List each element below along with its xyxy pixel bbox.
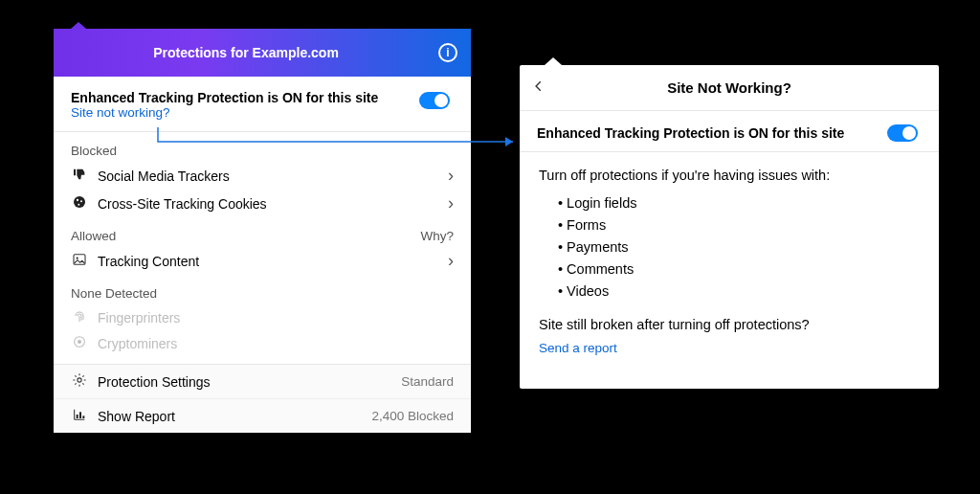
cookie-icon [71,194,88,213]
protections-header: Protections for Example.com i [54,29,471,77]
chevron-right-icon: › [448,251,454,271]
thumbs-down-icon [71,167,88,185]
protections-footer: Protection Settings Standard Show Report… [54,364,471,433]
row-label: Protection Settings [98,374,401,390]
chevron-right-icon: › [448,166,454,186]
row-social-media-trackers[interactable]: Social Media Trackers › [71,162,454,190]
cryptominer-icon [71,334,88,352]
report-value: 2,400 Blocked [371,409,454,423]
site-not-working-panel: Site Not Working? Enhanced Tracking Prot… [520,65,939,389]
issue-item: Login fields [558,193,920,213]
row-label: Fingerprinters [98,310,454,326]
protections-panel: Protections for Example.com i Enhanced T… [54,29,471,433]
gear-icon [71,372,88,391]
svg-point-0 [74,196,85,208]
etp-status-section: Enhanced Tracking Protection is ON for t… [54,77,471,132]
issue-item: Comments [558,259,920,280]
svg-marker-12 [505,137,513,146]
svg-point-8 [78,378,81,382]
panel2-body: Turn off protections if you're having is… [520,152,939,389]
etp-status-text-block: Enhanced Tracking Protection is ON for t… [71,86,419,120]
row-label: Show Report [98,409,371,424]
fingerprint-icon [71,308,88,326]
site-not-working-link[interactable]: Site not working? [71,105,419,120]
svg-point-7 [78,340,81,344]
svg-point-3 [78,204,79,206]
row-cross-site-cookies[interactable]: Cross-Site Tracking Cookies › [71,190,454,217]
issues-intro: Turn off protections if you're having is… [539,166,920,186]
image-icon [71,252,88,270]
send-report-link[interactable]: Send a report [539,339,920,358]
still-broken-text: Site still broken after turning off prot… [539,315,920,335]
issue-item: Forms [558,215,920,236]
why-link[interactable]: Why? [420,229,454,243]
row-label: Social Media Trackers [98,168,448,184]
svg-point-1 [77,199,78,201]
none-detected-heading: None Detected [71,286,454,301]
row-cryptominers: Cryptominers [71,330,454,356]
svg-point-2 [80,200,82,202]
row-fingerprinters: Fingerprinters [71,304,454,330]
tracker-lists: Blocked Social Media Trackers › Cross-Si… [54,132,471,364]
row-tracking-content[interactable]: Tracking Content › [71,247,454,275]
etp-toggle[interactable] [419,92,450,109]
row-label: Cryptominers [98,336,454,351]
panel2-etp-label: Enhanced Tracking Protection is ON for t… [537,125,887,141]
panel2-etp-toggle[interactable] [887,124,918,142]
blocked-heading: Blocked [71,144,454,158]
row-label: Cross-Site Tracking Cookies [98,196,448,212]
etp-status-label: Enhanced Tracking Protection is ON for t… [71,90,419,105]
panel2-header: Site Not Working? [520,65,939,111]
svg-point-5 [77,258,78,259]
issues-list: Login fields Forms Payments Comments Vid… [548,193,920,302]
info-icon[interactable]: i [438,43,457,62]
row-label: Tracking Content [98,254,448,269]
chevron-right-icon: › [448,193,454,213]
svg-rect-11 [82,415,84,418]
issue-item: Videos [558,281,920,302]
panel2-etp-row: Enhanced Tracking Protection is ON for t… [520,111,939,152]
issue-item: Payments [558,237,920,258]
show-report-row[interactable]: Show Report 2,400 Blocked [54,398,471,433]
svg-rect-4 [74,255,85,265]
panel2-title: Site Not Working? [520,79,939,96]
protections-title: Protections for Example.com [54,45,438,60]
chart-icon [71,407,88,425]
svg-rect-9 [77,415,78,418]
svg-rect-10 [79,412,81,418]
protection-settings-row[interactable]: Protection Settings Standard [54,365,471,398]
allowed-heading: Allowed Why? [71,229,454,243]
settings-value: Standard [401,374,454,389]
